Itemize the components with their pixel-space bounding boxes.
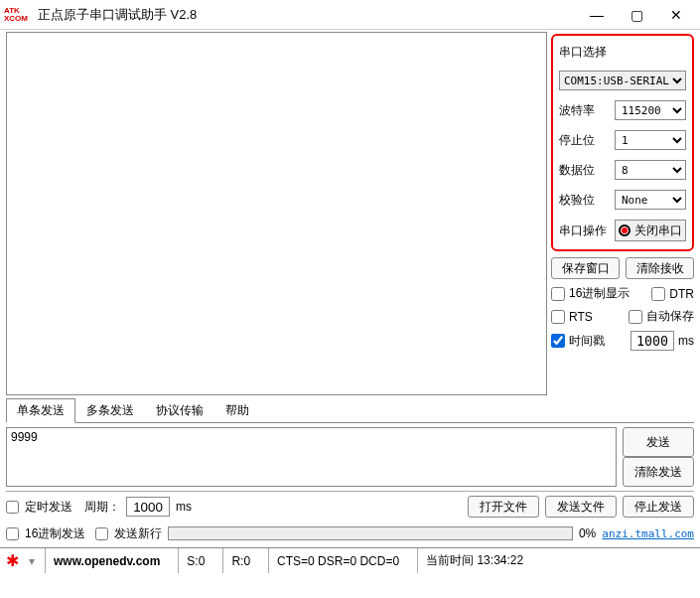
receive-textarea[interactable] (6, 32, 547, 395)
status-time: 当前时间 13:34:22 (417, 548, 531, 573)
timestamp-checkbox[interactable] (551, 334, 565, 348)
progress-pct: 0% (579, 526, 596, 540)
clear-send-button[interactable]: 清除发送 (623, 457, 694, 487)
minimize-button[interactable]: — (577, 1, 617, 29)
serial-config-panel: 串口选择 COM15:USB-SERIAL CH34 波特率115200 停止位… (551, 34, 694, 251)
tab-single[interactable]: 单条发送 (6, 398, 75, 423)
stop-send-button[interactable]: 停止发送 (623, 496, 694, 518)
open-file-button[interactable]: 打开文件 (468, 496, 539, 518)
status-bar: ✱ ▾ www.openedv.com S:0 R:0 CTS=0 DSR=0 … (0, 547, 700, 573)
send-file-button[interactable]: 发送文件 (545, 496, 617, 518)
hex-display-checkbox[interactable] (551, 287, 565, 301)
clear-receive-button[interactable]: 清除接收 (626, 257, 694, 279)
timed-send-checkbox[interactable] (6, 501, 19, 514)
window-title: 正点原子串口调试助手 V2.8 (34, 6, 577, 24)
tab-help[interactable]: 帮助 (214, 398, 260, 423)
status-sent: S:0 (178, 548, 212, 573)
maximize-button[interactable]: ▢ (617, 1, 656, 29)
period-input[interactable] (126, 497, 170, 517)
send-newline-label: 发送新行 (114, 525, 162, 542)
send-button[interactable]: 发送 (623, 427, 694, 457)
promo-link[interactable]: anzi.tmall.com (602, 527, 694, 540)
timestamp-label: 时间戳 (569, 333, 605, 350)
title-bar: ATK XCOM 正点原子串口调试助手 V2.8 — ▢ ✕ (0, 0, 700, 30)
tab-multi[interactable]: 多条发送 (75, 398, 145, 423)
toggle-port-button[interactable]: 关闭串口 (615, 220, 686, 241)
close-button[interactable]: ✕ (656, 1, 696, 29)
baud-label: 波特率 (559, 102, 611, 119)
dtr-label: DTR (669, 287, 694, 301)
port-select[interactable]: COM15:USB-SERIAL CH34 (559, 71, 686, 90)
status-url[interactable]: www.openedv.com (45, 548, 168, 573)
timed-send-label: 定时发送 (25, 499, 72, 516)
status-lines: CTS=0 DSR=0 DCD=0 (268, 548, 407, 573)
stop-select[interactable]: 1 (615, 130, 686, 150)
tab-protocol[interactable]: 协议传输 (145, 398, 214, 423)
autosave-label: 自动保存 (646, 308, 694, 325)
rts-label: RTS (569, 310, 593, 324)
hex-send-label: 16进制发送 (25, 525, 85, 542)
send-newline-checkbox[interactable] (95, 527, 108, 540)
save-window-button[interactable]: 保存窗口 (551, 257, 620, 279)
period-unit: ms (176, 500, 192, 514)
hex-send-checkbox[interactable] (6, 527, 19, 540)
period-label: 周期： (84, 499, 120, 516)
progress-bar (168, 526, 573, 540)
status-dot-icon (619, 224, 630, 236)
hex-display-label: 16进制显示 (569, 285, 630, 302)
data-label: 数据位 (559, 162, 611, 179)
baud-select[interactable]: 115200 (615, 100, 686, 120)
settings-gear-icon[interactable]: ✱ (6, 551, 19, 570)
send-textarea[interactable] (6, 427, 617, 487)
dtr-checkbox[interactable] (651, 287, 665, 301)
status-recv: R:0 (222, 548, 258, 573)
send-tabs: 单条发送 多条发送 协议传输 帮助 (6, 397, 694, 423)
op-label: 串口操作 (559, 223, 611, 239)
parity-select[interactable]: None (615, 190, 686, 210)
stop-label: 停止位 (559, 132, 611, 149)
timestamp-unit: ms (678, 334, 694, 348)
parity-label: 校验位 (559, 192, 611, 209)
timestamp-input[interactable] (630, 331, 674, 351)
rts-checkbox[interactable] (551, 310, 565, 324)
autosave-checkbox[interactable] (629, 310, 642, 324)
app-logo: ATK XCOM (4, 5, 34, 25)
serial-section-label: 串口选择 (559, 44, 686, 61)
data-select[interactable]: 8 (615, 160, 686, 180)
